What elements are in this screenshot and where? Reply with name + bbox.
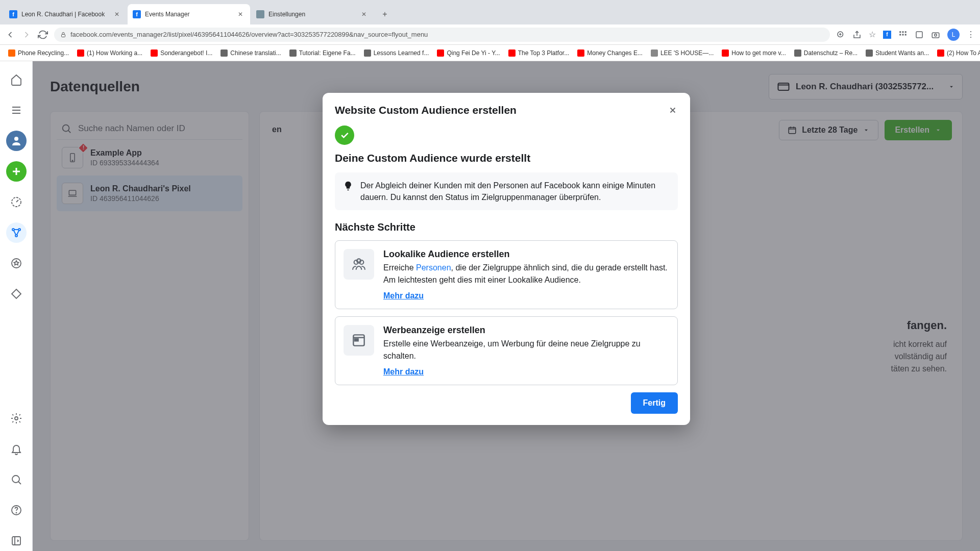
back-button[interactable] [5, 30, 15, 40]
bookmark-item[interactable]: The Top 3 Platfor... [505, 47, 573, 59]
menu-icon[interactable]: ⋮ [967, 30, 975, 39]
ad-window-icon [344, 325, 374, 356]
card-description: Erreiche Personen, die der Zielgruppe äh… [383, 262, 669, 286]
bookmark-favicon [722, 49, 729, 57]
bookmarks-bar: Phone Recycling... (1) How Working a... … [0, 45, 980, 61]
bookmark-label: Student Wants an... [875, 49, 929, 57]
facebook-ext-icon[interactable]: f [883, 31, 891, 39]
bookmark-item[interactable]: Sonderangebot! I... [148, 47, 215, 59]
bookmark-favicon [866, 49, 873, 57]
bookmark-item[interactable]: (1) How Working a... [74, 47, 145, 59]
lock-icon [60, 32, 66, 38]
toolbar-icons: ☆ f L ⋮ [836, 29, 975, 41]
bookmark-label: (2) How To Add A... [947, 49, 980, 57]
svg-point-13 [12, 229, 14, 231]
left-nav-rail [0, 61, 33, 551]
bookmark-favicon [364, 49, 371, 57]
bookmark-item[interactable]: Tutorial: Eigene Fa... [286, 47, 359, 59]
share-icon[interactable] [852, 30, 862, 39]
close-icon[interactable]: ✕ [114, 11, 121, 18]
svg-rect-21 [12, 537, 20, 545]
tab-title: Einstellungen [268, 11, 358, 18]
camera-icon[interactable] [931, 30, 940, 39]
bookmark-label: LEE 'S HOUSE—... [660, 49, 714, 57]
tab-title: Leon R. Chaudhari | Facebook [21, 11, 111, 18]
bookmark-item[interactable]: Money Changes E... [574, 47, 646, 59]
tab-title: Events Manager [145, 11, 235, 18]
learn-more-link[interactable]: Mehr dazu [383, 367, 424, 377]
nav-menu[interactable] [6, 100, 27, 120]
card-title: Werbeanzeige erstellen [383, 325, 669, 336]
forward-button[interactable] [21, 30, 32, 40]
star-icon[interactable]: ☆ [869, 30, 876, 39]
new-tab-button[interactable]: + [378, 7, 392, 21]
bookmark-label: Datenschutz – Re... [804, 49, 857, 57]
done-button[interactable]: Fertig [631, 392, 678, 414]
bookmark-item[interactable]: Phone Recycling... [5, 47, 72, 59]
create-audience-modal: Website Custom Audience erstellen Deine … [323, 93, 690, 425]
bookmark-label: Lessons Learned f... [374, 49, 429, 57]
browser-tab-active[interactable]: f Events Manager ✕ [128, 4, 250, 24]
next-steps-heading: Nächste Schritte [335, 221, 678, 233]
nav-star[interactable] [6, 253, 27, 273]
success-check-icon [335, 126, 354, 145]
bookmark-item[interactable]: Student Wants an... [863, 47, 932, 59]
nav-tag[interactable] [6, 284, 27, 304]
svg-rect-7 [905, 34, 906, 35]
bookmark-item[interactable]: Qing Fei De Yi - Y... [434, 47, 503, 59]
reload-button[interactable] [38, 30, 48, 40]
nav-pixel[interactable] [6, 222, 27, 243]
address-bar[interactable]: facebook.com/events_manager2/list/pixel/… [54, 28, 830, 42]
close-icon[interactable]: ✕ [361, 11, 369, 18]
bookmark-item[interactable]: Lessons Learned f... [361, 47, 432, 59]
browser-tab[interactable]: Einstellungen ✕ [251, 4, 374, 24]
svg-rect-0 [62, 34, 65, 37]
info-callout: Der Abgleich deiner Kunden mit den Perso… [335, 172, 678, 210]
zoom-icon[interactable] [836, 30, 845, 39]
modal-title: Website Custom Audience erstellen [335, 104, 678, 116]
nav-help[interactable] [6, 500, 27, 520]
app-root: Datenquellen Leon R. Chaudhari (30325357… [0, 61, 980, 551]
bookmark-item[interactable]: (2) How To Add A... [934, 47, 980, 59]
svg-rect-6 [902, 34, 904, 35]
facebook-favicon: f [133, 10, 141, 18]
bookmark-label: How to get more v... [731, 49, 786, 57]
create-ad-card[interactable]: Werbeanzeige erstellen Erstelle eine Wer… [335, 316, 678, 385]
nav-profile[interactable] [6, 131, 27, 151]
learn-more-link[interactable]: Mehr dazu [383, 291, 424, 300]
bookmark-favicon [577, 49, 584, 57]
close-icon[interactable]: ✕ [238, 11, 245, 18]
lookalike-card[interactable]: Lookalike Audience erstellen Erreiche Pe… [335, 240, 678, 309]
browser-tab[interactable]: f Leon R. Chaudhari | Facebook ✕ [4, 4, 127, 24]
bookmark-favicon [437, 49, 444, 57]
bookmark-favicon [77, 49, 84, 57]
extensions-icon[interactable] [915, 30, 924, 39]
bookmark-label: Tutorial: Eigene Fa... [299, 49, 356, 57]
nav-collapse[interactable] [6, 531, 27, 551]
bookmark-favicon [794, 49, 801, 57]
svg-point-14 [18, 229, 20, 231]
nav-search[interactable] [6, 469, 27, 490]
people-icon [344, 249, 374, 280]
bookmark-item[interactable]: LEE 'S HOUSE—... [648, 47, 717, 59]
bookmark-favicon [508, 49, 516, 57]
svg-rect-5 [899, 34, 901, 35]
nav-notifications[interactable] [6, 439, 27, 459]
bookmark-item[interactable]: How to get more v... [719, 47, 789, 59]
profile-avatar[interactable]: L [947, 29, 960, 41]
modal-close-button[interactable] [664, 101, 682, 119]
svg-point-10 [935, 34, 937, 36]
nav-home[interactable] [6, 69, 27, 90]
persons-link[interactable]: Personen [416, 263, 451, 272]
card-description: Erstelle eine Werbeanzeige, um Werbung f… [383, 338, 669, 362]
bookmark-favicon [289, 49, 297, 57]
bookmark-item[interactable]: Chinese translati... [217, 47, 284, 59]
bookmark-item[interactable]: Datenschutz – Re... [791, 47, 861, 59]
grid-icon[interactable] [898, 30, 908, 39]
svg-rect-2 [899, 31, 901, 33]
nav-create[interactable] [6, 161, 27, 182]
nav-gauge[interactable] [6, 192, 27, 212]
nav-settings[interactable] [6, 408, 27, 429]
main-content: Datenquellen Leon R. Chaudhari (30325357… [33, 61, 980, 551]
svg-point-18 [12, 475, 19, 483]
